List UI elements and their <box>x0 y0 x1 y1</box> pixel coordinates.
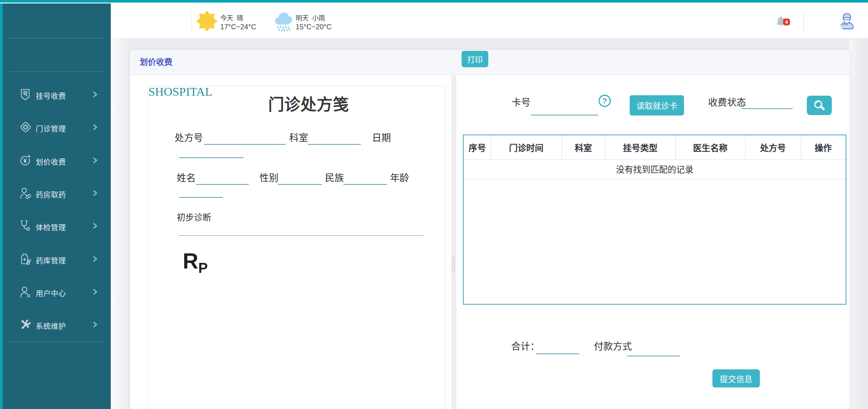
svg-text:?: ? <box>603 97 607 105</box>
svg-text:¥: ¥ <box>23 157 27 164</box>
svg-text:号: 号 <box>22 91 28 97</box>
